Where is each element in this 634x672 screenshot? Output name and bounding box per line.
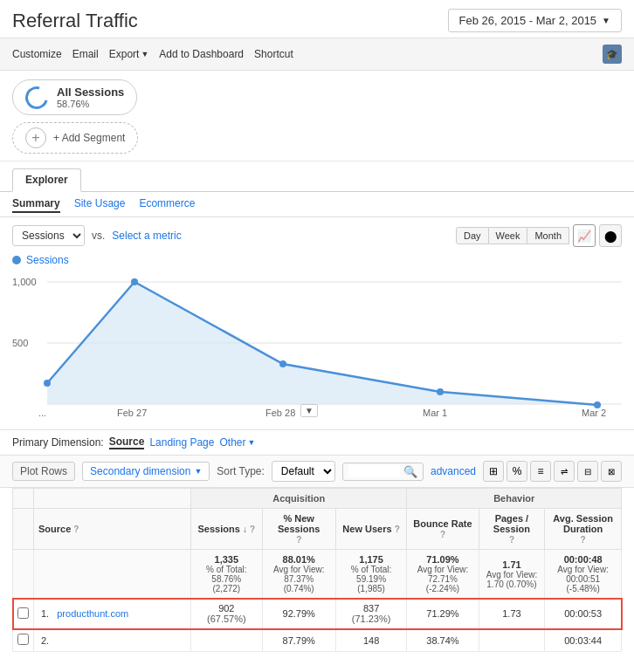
add-segment-label: + Add Segment <box>53 132 125 144</box>
chart-metric-label: Sessions <box>26 254 69 266</box>
svg-text:...: ... <box>38 408 46 418</box>
checkbox-col-header <box>13 509 34 550</box>
row-avg-duration: 00:00:53 <box>564 608 602 619</box>
chart-container: 1,000 500 ... Feb 27 Feb 28 Mar 1 Mar 2 … <box>12 270 622 421</box>
help-icon[interactable]: ? <box>509 535 514 545</box>
grid-view-button[interactable]: ⊞ <box>483 461 504 482</box>
other-dropdown[interactable]: Other ▼ <box>219 436 255 449</box>
svg-text:Feb 27: Feb 27 <box>117 408 147 418</box>
checkbox-header <box>13 489 34 509</box>
svg-text:Mar 2: Mar 2 <box>582 408 606 418</box>
tab-site-usage[interactable]: Site Usage <box>74 197 126 213</box>
help-icon[interactable]: ? <box>440 530 445 539</box>
secondary-dimension-button[interactable]: Secondary dimension ▼ <box>82 462 210 481</box>
time-buttons: Day Week Month <box>456 227 569 244</box>
row-rank: 2. <box>41 635 49 646</box>
total-avg-duration-avg: Avg for View: 00:00:51 (-5.48%) <box>552 565 614 593</box>
row-sessions: 902 <box>218 603 234 614</box>
day-button[interactable]: Day <box>456 227 489 244</box>
svg-text:Mar 1: Mar 1 <box>423 408 447 418</box>
select-metric-link[interactable]: Select a metric <box>112 230 181 242</box>
help-icon[interactable]: ? <box>250 525 255 534</box>
bounce-rate-col-header[interactable]: Bounce Rate ? <box>407 509 479 550</box>
segment-name: All Sessions <box>57 86 124 99</box>
row-new-users: 148 <box>363 635 379 646</box>
avg-session-col-header[interactable]: Avg. Session Duration ? <box>545 509 622 550</box>
tab-summary[interactable]: Summary <box>12 197 60 213</box>
sort-type-select[interactable]: Default <box>272 461 335 482</box>
chevron-down-icon: ▼ <box>602 16 610 25</box>
table-row: 2. 87.79% 148 38.74% 00:03:44 <box>13 629 622 652</box>
total-avg-duration: 00:00:48 <box>552 554 614 565</box>
help-icon[interactable]: ? <box>73 525 79 534</box>
help-icon[interactable]: ? <box>296 535 301 545</box>
total-bounce-rate: 71.09% <box>414 554 471 565</box>
sessions-col-header[interactable]: Sessions ↓ ? <box>191 509 263 550</box>
svg-text:1,000: 1,000 <box>12 277 37 287</box>
total-pages-avg: Avg for View: 1.70 (0.70%) <box>486 570 538 589</box>
explorer-tab[interactable]: Explorer <box>12 168 81 192</box>
email-button[interactable]: Email <box>72 48 109 60</box>
row-sessions-pct: (67.57%) <box>207 614 246 624</box>
behavior-group-header: Behavior <box>407 489 622 509</box>
total-new-users: 1,175 <box>343 554 400 565</box>
all-sessions-segment[interactable]: All Sessions 58.76% <box>12 79 137 115</box>
row-checkbox[interactable] <box>17 607 29 619</box>
row-avg-duration: 00:03:44 <box>564 635 602 646</box>
pct-new-sessions-col-header[interactable]: % New Sessions ? <box>262 509 335 550</box>
compare-view-button[interactable]: ⇌ <box>554 461 575 482</box>
percent-view-button[interactable]: % <box>507 461 527 482</box>
svg-point-6 <box>44 380 51 387</box>
help-icon[interactable]: 🎓 <box>603 45 622 64</box>
total-new-users-pct: % of Total: 59.19% (1,985) <box>343 565 400 593</box>
source-link[interactable]: Source <box>109 435 145 449</box>
chevron-down-icon: ▼ <box>141 50 148 58</box>
svg-point-7 <box>131 278 138 285</box>
sessions-dot-icon <box>12 256 21 264</box>
help-icon[interactable]: ? <box>581 535 586 545</box>
segment-circle-icon <box>21 82 52 113</box>
month-button[interactable]: Month <box>527 227 569 244</box>
search-icon[interactable]: 🔍 <box>403 465 417 478</box>
source-header-empty <box>34 489 191 509</box>
total-pages-session: 1.71 <box>486 559 538 570</box>
row-checkbox[interactable] <box>17 634 29 645</box>
help-icon[interactable]: ? <box>395 525 400 534</box>
add-segment-button[interactable]: + + Add Segment <box>12 122 138 154</box>
date-range-picker[interactable]: Feb 26, 2015 - Mar 2, 2015 ▼ <box>448 9 622 32</box>
total-sessions: 1,335 <box>198 554 255 565</box>
customize-button[interactable]: Customize <box>12 48 72 60</box>
pages-session-col-header[interactable]: Pages / Session ? <box>479 509 545 550</box>
total-pct-new-avg: Avg for View: 87.37% (0.74%) <box>270 565 328 593</box>
data-table: Acquisition Behavior Source ? Sessions ↓… <box>12 488 622 652</box>
shortcut-button[interactable]: Shortcut <box>254 48 293 60</box>
row-bounce-rate: 38.74% <box>426 635 458 646</box>
pie-chart-button[interactable]: ⬤ <box>599 224 622 247</box>
source-link[interactable]: producthunt.com <box>57 608 128 619</box>
landing-page-link[interactable]: Landing Page <box>149 436 214 449</box>
line-chart-button[interactable]: 📈 <box>573 224 596 247</box>
list-view-button[interactable]: ≡ <box>530 461 551 482</box>
page-title: Referral Traffic <box>12 10 138 32</box>
row-pages-session: 1.73 <box>502 608 520 619</box>
week-button[interactable]: Week <box>489 227 528 244</box>
row-new-users-pct: (71.23%) <box>352 614 391 624</box>
source-col-header[interactable]: Source ? <box>34 509 191 550</box>
advanced-link[interactable]: advanced <box>431 465 476 477</box>
sort-type-label: Sort Type: <box>217 465 264 477</box>
new-users-col-header[interactable]: New Users ? <box>335 509 407 550</box>
svg-point-8 <box>279 360 286 367</box>
svg-text:500: 500 <box>12 338 28 348</box>
plot-rows-button[interactable]: Plot Rows <box>12 462 75 481</box>
segment-pct: 58.76% <box>57 99 124 109</box>
metric-select[interactable]: Sessions <box>12 225 85 246</box>
acquisition-group-header: Acquisition <box>191 489 407 509</box>
add-to-dashboard-button[interactable]: Add to Dashboard <box>152 48 254 60</box>
table-view-button[interactable]: ⊠ <box>601 461 622 482</box>
total-bounce-avg: Avg for View: 72.71% (-2.24%) <box>414 565 471 593</box>
search-input[interactable] <box>348 465 400 477</box>
export-button[interactable]: Export ▼ <box>109 48 153 60</box>
tab-ecommerce[interactable]: Ecommerce <box>139 197 195 213</box>
add-circle-icon: + <box>25 127 46 148</box>
pivot-view-button[interactable]: ⊟ <box>577 461 598 482</box>
